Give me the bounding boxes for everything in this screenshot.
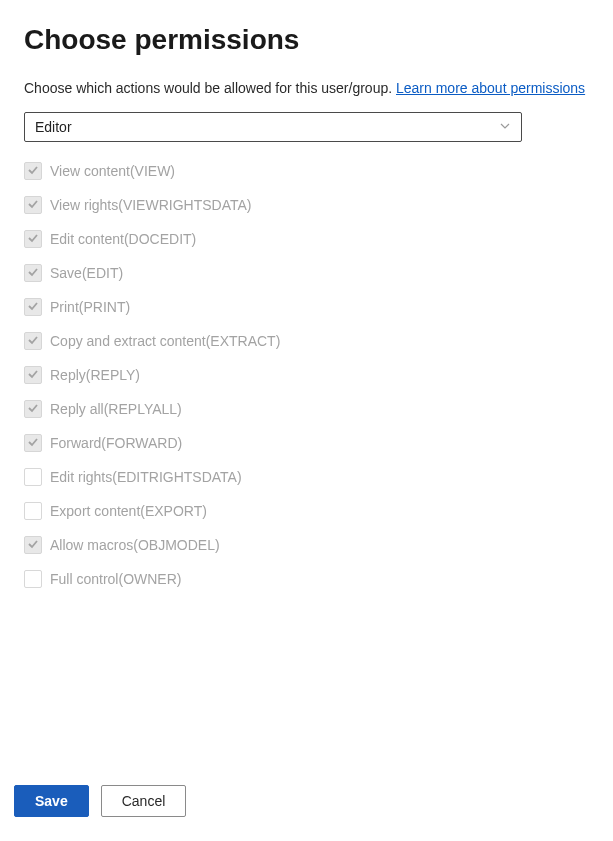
permission-label: Edit rights(EDITRIGHTSDATA) [50,469,242,485]
check-icon [27,366,39,384]
permission-item: Forward(FORWARD) [24,434,589,452]
subtitle-text: Choose which actions would be allowed fo… [24,80,392,96]
permission-label: Reply all(REPLYALL) [50,401,182,417]
permission-item: Save(EDIT) [24,264,589,282]
role-dropdown-value: Editor [35,119,72,135]
permission-checkbox [24,196,42,214]
permission-item: Reply all(REPLYALL) [24,400,589,418]
permission-checkbox [24,162,42,180]
cancel-button[interactable]: Cancel [101,785,187,817]
permissions-list: View content(VIEW)View rights(VIEWRIGHTS… [24,162,589,588]
check-icon [27,196,39,214]
check-icon [27,434,39,452]
permission-checkbox [24,332,42,350]
check-icon [27,536,39,554]
permission-checkbox [24,570,42,588]
permission-checkbox [24,264,42,282]
page-title: Choose permissions [24,24,589,56]
permission-item: Allow macros(OBJMODEL) [24,536,589,554]
permission-label: Edit content(DOCEDIT) [50,231,196,247]
permission-item: View content(VIEW) [24,162,589,180]
check-icon [27,298,39,316]
permission-checkbox [24,298,42,316]
permission-label: Print(PRINT) [50,299,130,315]
chevron-down-icon [499,119,511,135]
save-button[interactable]: Save [14,785,89,817]
permission-label: Copy and extract content(EXTRACT) [50,333,280,349]
permission-checkbox [24,400,42,418]
permission-label: Reply(REPLY) [50,367,140,383]
permission-label: Full control(OWNER) [50,571,181,587]
check-icon [27,162,39,180]
permission-label: Save(EDIT) [50,265,123,281]
permission-label: View rights(VIEWRIGHTSDATA) [50,197,251,213]
permission-checkbox [24,230,42,248]
permission-item: View rights(VIEWRIGHTSDATA) [24,196,589,214]
role-dropdown[interactable]: Editor [24,112,522,142]
learn-more-link[interactable]: Learn more about permissions [396,80,585,96]
permission-checkbox [24,536,42,554]
subtitle: Choose which actions would be allowed fo… [24,80,589,96]
permission-checkbox [24,366,42,384]
permission-item: Full control(OWNER) [24,570,589,588]
check-icon [27,332,39,350]
check-icon [27,230,39,248]
footer: Save Cancel [14,785,186,817]
check-icon [27,264,39,282]
permission-checkbox [24,434,42,452]
permission-checkbox [24,468,42,486]
permission-item: Edit content(DOCEDIT) [24,230,589,248]
permission-item: Reply(REPLY) [24,366,589,384]
permission-item: Copy and extract content(EXTRACT) [24,332,589,350]
permission-label: Export content(EXPORT) [50,503,207,519]
permission-item: Edit rights(EDITRIGHTSDATA) [24,468,589,486]
permission-checkbox [24,502,42,520]
permission-label: Forward(FORWARD) [50,435,182,451]
permission-item: Export content(EXPORT) [24,502,589,520]
permission-item: Print(PRINT) [24,298,589,316]
permission-label: Allow macros(OBJMODEL) [50,537,220,553]
permission-label: View content(VIEW) [50,163,175,179]
check-icon [27,400,39,418]
